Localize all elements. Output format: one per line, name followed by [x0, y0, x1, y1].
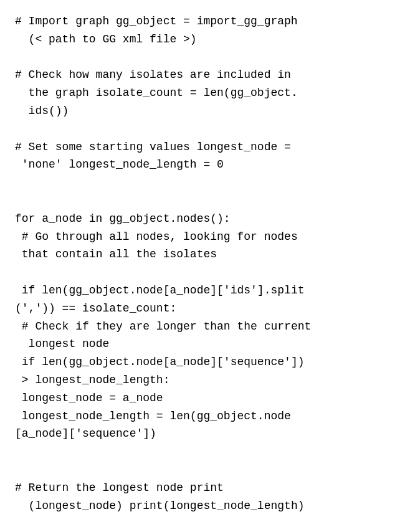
code-line: the graph isolate_count = len(gg_object. [15, 84, 395, 102]
code-line: (< path to GG xml file >) [15, 31, 395, 49]
code-line: # Set some starting values longest_node … [15, 138, 395, 156]
code-line [15, 443, 395, 461]
code-line: # Return the longest node print [15, 479, 395, 497]
code-line: longest node [15, 335, 395, 353]
code-line: # Import graph gg_object = import_gg_gra… [15, 12, 395, 31]
code-line [15, 49, 395, 67]
code-line: # Check if they are longer than the curr… [15, 318, 395, 336]
code-line: if len(gg_object.node[a_node]['ids'].spl… [15, 282, 395, 300]
code-line: (',')) == isolate_count: [15, 300, 395, 318]
code-line [15, 192, 395, 210]
code-line: ids()) [15, 102, 395, 120]
code-line: # Go through all nodes, looking for node… [15, 228, 395, 246]
code-line: > longest_node_length: [15, 371, 395, 389]
code-line: if len(gg_object.node[a_node]['sequence'… [15, 353, 395, 371]
code-line: # Check how many isolates are included i… [15, 66, 395, 84]
code-line: 'none' longest_node_length = 0 [15, 156, 395, 174]
code-line [15, 120, 395, 138]
code-line: that contain all the isolates [15, 245, 395, 264]
code-line [15, 264, 395, 282]
code-line [15, 174, 395, 192]
code-line: [a_node]['sequence']) [15, 425, 395, 443]
code-line [15, 461, 395, 479]
code-line: longest_node_length = len(gg_object.node [15, 407, 395, 425]
code-line: (longest_node) print(longest_node_length… [15, 497, 395, 515]
code-line: for a_node in gg_object.nodes(): [15, 210, 395, 228]
code-display: # Import graph gg_object = import_gg_gra… [15, 12, 395, 515]
code-line: longest_node = a_node [15, 389, 395, 407]
